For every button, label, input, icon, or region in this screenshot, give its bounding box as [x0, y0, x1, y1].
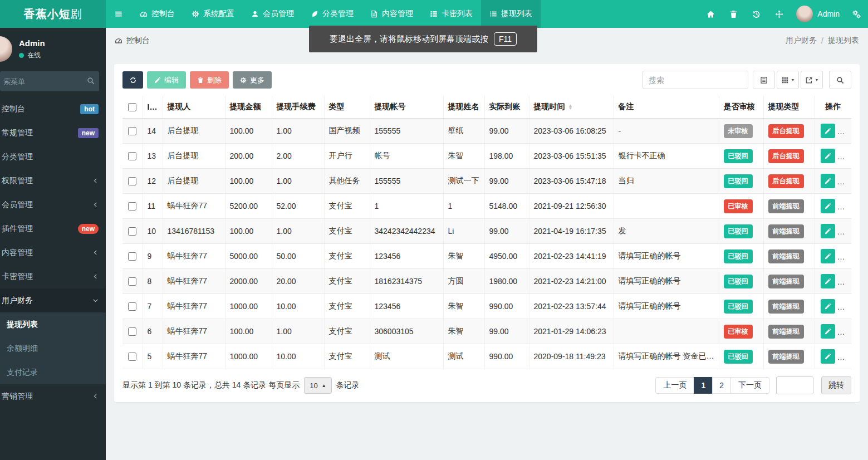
sidebar-item[interactable]: 营销管理 [0, 384, 106, 408]
row-edit-button[interactable] [821, 174, 835, 188]
row-checkbox[interactable] [128, 277, 136, 286]
row-checkbox[interactable] [128, 152, 136, 160]
page-number-button[interactable]: 2 [712, 377, 731, 394]
column-header[interactable]: 实际到账 [484, 96, 529, 119]
user-menu[interactable]: Admin [791, 0, 845, 28]
page-size-select[interactable]: 10 ▲ [304, 377, 331, 394]
row-edit-button[interactable] [821, 149, 835, 163]
user-name: Admin [817, 9, 840, 18]
row-edit-button[interactable] [821, 274, 835, 288]
history-button[interactable] [745, 0, 768, 28]
sidebar-item-label: 卡密管理 [2, 272, 33, 282]
sidebar-item[interactable]: 内容管理 [0, 241, 106, 265]
row-checkbox[interactable] [128, 252, 136, 261]
row-edit-button[interactable] [821, 349, 835, 364]
detail-view-button[interactable] [753, 71, 775, 89]
trash-button[interactable] [722, 0, 745, 28]
caret-down-icon: ▼ [815, 78, 819, 82]
next-page-button[interactable]: 下一页 [730, 377, 769, 394]
row-checkbox[interactable] [128, 302, 136, 311]
refresh-icon [130, 77, 136, 84]
nav-item[interactable]: 内容管理 [362, 0, 421, 28]
row-checkbox[interactable] [128, 227, 136, 236]
sidebar-subitem[interactable]: 余额明细 [0, 336, 106, 360]
sidebar-subitem[interactable]: 支付记录 [0, 360, 106, 384]
export-button[interactable]: ▼ [801, 71, 823, 89]
select-all-checkbox[interactable] [128, 103, 136, 111]
sidebar-toggle-button[interactable] [106, 0, 131, 28]
nav-item[interactable]: 控制台 [131, 0, 183, 28]
row-checkbox[interactable] [128, 327, 136, 336]
avatar [0, 36, 12, 62]
jump-button[interactable]: 跳转 [821, 376, 851, 394]
row-checkbox[interactable] [128, 202, 136, 211]
sidebar-item[interactable]: 分类管理 [0, 145, 106, 169]
column-header[interactable]: 提现姓名 [443, 96, 484, 119]
delete-button[interactable]: 删除 [190, 71, 229, 89]
sidebar-search-input[interactable] [0, 71, 99, 91]
column-header[interactable]: 提现金额 [225, 96, 272, 119]
column-header[interactable]: 提现时间▲▼ [529, 96, 614, 119]
nav-item[interactable]: 系统配置 [183, 0, 243, 28]
refresh-button[interactable] [122, 71, 143, 89]
row-edit-button[interactable] [821, 249, 835, 263]
logo-text-bold: 香蕉小短 [24, 7, 71, 22]
column-header-label: 类型 [329, 102, 345, 111]
row-checkbox[interactable] [128, 177, 136, 185]
cell-remark: 请填写正确的帐号 资金已退回钱包 [614, 344, 719, 369]
column-header[interactable]: 类型 [324, 96, 370, 119]
nav-item[interactable]: 提现列表 [481, 0, 541, 28]
sidebar-item[interactable]: 常规管理new [0, 121, 106, 145]
home-button[interactable] [699, 0, 722, 28]
row-checkbox[interactable] [128, 353, 136, 361]
sidebar-item[interactable]: 会员管理 [0, 193, 106, 217]
more-button[interactable]: 更多 [233, 71, 272, 89]
column-header[interactable]: 提现类型 [763, 96, 815, 119]
prev-page-button[interactable]: 上一页 [655, 377, 694, 394]
sidebar-item[interactable]: 权限管理 [0, 169, 106, 193]
audit-status-badge: 未审核 [724, 124, 753, 138]
table-search-input[interactable] [643, 71, 748, 89]
row-edit-button[interactable] [821, 224, 835, 238]
breadcrumb-left[interactable]: 控制台 [115, 36, 150, 46]
columns-button[interactable]: ▼ [777, 71, 799, 89]
cell-amount: 5000.00 [225, 244, 272, 269]
row-edit-button[interactable] [821, 199, 835, 213]
nav-item[interactable]: 会员管理 [243, 0, 302, 28]
page-number-button[interactable]: 1 [694, 377, 713, 394]
search-toggle-button[interactable] [829, 71, 851, 89]
row-edit-button[interactable] [821, 124, 835, 138]
jump-page-input[interactable] [776, 376, 813, 394]
breadcrumb-parent[interactable]: 用户财务 [786, 36, 817, 46]
column-header[interactable]: 是否审核 [719, 96, 763, 119]
settings-button[interactable] [845, 0, 868, 28]
column-header[interactable]: 操作 [815, 96, 851, 119]
cell-remark: 请填写正确的帐号 [614, 294, 719, 319]
fullscreen-button[interactable] [768, 0, 791, 28]
cell-time: 2021-01-29 14:06:23 [529, 319, 614, 344]
sidebar-item[interactable]: 用户财务 [0, 288, 106, 312]
column-header[interactable]: Id▼ [143, 96, 163, 119]
column-header[interactable]: 备注 [614, 96, 719, 119]
row-edit-button[interactable] [821, 324, 835, 339]
withdraw-type-badge: 前端提现 [768, 325, 804, 339]
column-header[interactable]: 提现人 [163, 96, 225, 119]
column-header[interactable]: 提现手续费 [272, 96, 324, 119]
edit-button[interactable]: 编辑 [147, 71, 186, 89]
sidebar-item[interactable]: 控制台hot [0, 97, 106, 121]
sidebar-subitem[interactable]: 提现列表 [0, 312, 106, 336]
cell-actions [815, 269, 851, 294]
navbar-left: 控制台系统配置会员管理分类管理内容管理卡密列表提现列表 [106, 0, 541, 28]
sort-both-icon[interactable]: ▲▼ [568, 104, 573, 110]
row-checkbox[interactable] [128, 127, 136, 135]
detail-view-icon [760, 76, 768, 84]
column-header[interactable]: 提现帐号 [370, 96, 443, 119]
row-edit-button[interactable] [821, 299, 835, 314]
nav-item[interactable]: 分类管理 [302, 0, 362, 28]
cell-payee: 方圆 [443, 269, 484, 294]
sidebar-item[interactable]: 卡密管理 [0, 265, 106, 288]
sidebar-item[interactable]: 插件管理new [0, 217, 106, 241]
chevron-left-icon [92, 178, 99, 184]
pencil-icon [154, 77, 161, 84]
nav-item[interactable]: 卡密列表 [421, 0, 481, 28]
